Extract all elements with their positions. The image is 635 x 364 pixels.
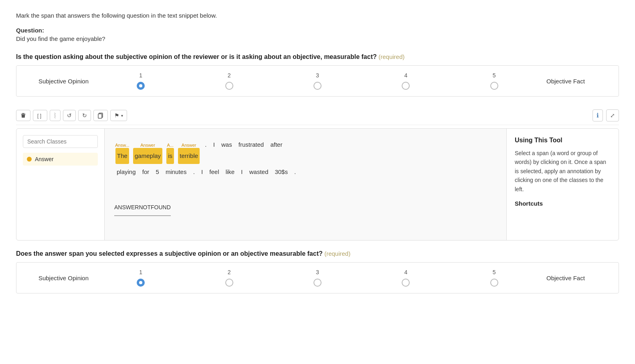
- word-frustrated[interactable]: frustrated: [237, 137, 265, 153]
- scale-option-1-2: 2: [225, 72, 233, 90]
- undo-button[interactable]: ↺: [63, 110, 76, 121]
- undo-icon: ↺: [67, 112, 72, 119]
- redo-icon: ↻: [82, 112, 87, 119]
- word-minutes[interactable]: minutes: [164, 164, 188, 180]
- word-terrible[interactable]: terrible: [178, 148, 200, 164]
- word-i-2[interactable]: I: [200, 164, 204, 180]
- redo-button[interactable]: ↻: [78, 110, 91, 121]
- toolbar-right: ℹ ⤢: [593, 109, 619, 121]
- answer-color-dot: [27, 157, 32, 162]
- word-period-2[interactable]: .: [192, 164, 196, 180]
- scale-option-2-2: 2: [225, 269, 233, 287]
- shortcuts-title: Shortcuts: [515, 200, 611, 207]
- search-classes-input[interactable]: [23, 135, 98, 148]
- radio-2-4[interactable]: [402, 279, 410, 287]
- class-item-label: Answer: [35, 156, 54, 162]
- scale-question-1: Is the question asking about the subject…: [16, 53, 619, 61]
- svg-text:[ ]: [ ]: [37, 113, 41, 119]
- radio-2-5[interactable]: [490, 279, 498, 287]
- expand-button[interactable]: ⤢: [606, 109, 619, 121]
- word-wasted[interactable]: wasted: [248, 164, 270, 180]
- info-panel: Using This Tool Select a span (a word or…: [506, 129, 619, 240]
- scale-option-2-4: 4: [402, 269, 410, 287]
- bracket-button[interactable]: [ ]: [33, 110, 47, 121]
- scale-question-2: Does the answer span you selected expres…: [16, 250, 619, 257]
- scale-option-2-5: 5: [490, 269, 498, 287]
- classes-panel: Answer: [16, 129, 105, 240]
- scale-row-2: Subjective Opinion 1 2 3: [24, 269, 611, 287]
- scale-option-1-4: 4: [402, 72, 410, 90]
- scale-row-1: Subjective Opinion 1 2 3 4: [24, 72, 611, 90]
- scale-right-label-1: Objective Fact: [538, 78, 611, 85]
- radio-1-2[interactable]: [225, 82, 233, 90]
- scale-option-1-1: 1: [137, 72, 145, 90]
- text-panel: Answ... The Answer gameplay A... is Answ…: [105, 129, 506, 240]
- word-group-is[interactable]: A... is: [166, 143, 175, 164]
- scale-container-2: Subjective Opinion 1 2 3: [16, 262, 619, 293]
- radio-1-3[interactable]: [313, 82, 322, 90]
- radio-2-1[interactable]: [137, 279, 145, 287]
- word-period-3[interactable]: .: [293, 164, 297, 180]
- radio-1-4[interactable]: [402, 82, 410, 90]
- svg-rect-1: [21, 114, 26, 114]
- scale-option-2-3: 3: [313, 269, 322, 287]
- scale-right-label-2: Objective Fact: [538, 275, 611, 281]
- flag-button[interactable]: ⚑ ▾: [110, 110, 127, 121]
- split-button[interactable]: ⦚: [50, 110, 61, 121]
- info-button[interactable]: ℹ: [593, 109, 603, 121]
- scale-labels-1: Subjective Opinion 1 2 3 4: [24, 72, 611, 90]
- expand-icon: ⤢: [610, 112, 615, 119]
- split-icon: ⦚: [54, 112, 57, 119]
- word-group-the[interactable]: Answ... The: [115, 143, 130, 164]
- word-like[interactable]: like: [224, 164, 237, 180]
- scale-option-1-3: 3: [313, 72, 322, 90]
- word-was[interactable]: was: [220, 137, 234, 153]
- word-5[interactable]: 5: [154, 164, 160, 180]
- copy-button[interactable]: [93, 110, 108, 121]
- word-after[interactable]: after: [269, 137, 284, 153]
- radio-2-2[interactable]: [225, 279, 233, 287]
- info-title: Using This Tool: [515, 137, 611, 144]
- copy-icon: [97, 112, 104, 119]
- delete-button[interactable]: [16, 110, 30, 121]
- scale-container-1: Subjective Opinion 1 2 3 4: [16, 65, 619, 97]
- info-icon: ℹ: [597, 112, 599, 119]
- word-i-3[interactable]: I: [239, 164, 244, 180]
- radio-1-1[interactable]: [137, 82, 145, 90]
- svg-rect-4: [98, 114, 102, 118]
- word-for[interactable]: for: [141, 164, 151, 180]
- toolbar: [ ] ⦚ ↺ ↻ ⚑ ▾ ℹ ⤢: [16, 106, 619, 125]
- second-question-section: Does the answer span you selected expres…: [16, 250, 619, 293]
- scale-labels-2: Subjective Opinion 1 2 3: [24, 269, 611, 287]
- annotation-area: Answer Answ... The Answer gameplay A... …: [16, 128, 619, 241]
- word-30s[interactable]: 30$s: [273, 164, 289, 180]
- trash-icon: [20, 112, 26, 119]
- word-group-terrible[interactable]: Answer terrible: [177, 143, 200, 164]
- question-label: Question:: [16, 27, 619, 34]
- word-feel[interactable]: feel: [208, 164, 220, 180]
- svg-rect-0: [22, 113, 24, 114]
- radio-2-3[interactable]: [313, 279, 322, 287]
- answer-not-found[interactable]: ANSWERNOTFOUND: [114, 201, 171, 216]
- bracket-icon: [ ]: [37, 112, 43, 119]
- word-playing[interactable]: playing: [115, 164, 138, 180]
- flag-chevron-icon: ▾: [121, 113, 123, 118]
- word-i-1[interactable]: I: [212, 137, 216, 153]
- word-period-1[interactable]: .: [203, 137, 208, 153]
- scale-option-2-1: 1: [137, 269, 145, 287]
- class-item-answer[interactable]: Answer: [23, 153, 98, 166]
- word-is[interactable]: is: [166, 148, 174, 164]
- word-the[interactable]: The: [115, 148, 129, 164]
- scale-options-1: 1 2 3 4 5: [97, 72, 538, 90]
- word-group-gameplay[interactable]: Answer gameplay: [132, 143, 163, 164]
- text-content: Answ... The Answer gameplay A... is Answ…: [114, 137, 497, 216]
- instruction-text: Mark the span that answers the following…: [16, 12, 619, 19]
- info-description: Select a span (a word or group of words)…: [515, 149, 611, 194]
- scale-option-1-5: 5: [490, 72, 498, 90]
- scale-options-2: 1 2 3 4: [97, 269, 538, 287]
- scale-left-label-2: Subjective Opinion: [24, 275, 97, 281]
- flag-icon: ⚑: [114, 112, 119, 119]
- word-gameplay[interactable]: gameplay: [133, 148, 162, 164]
- radio-1-5[interactable]: [490, 82, 498, 90]
- scale-left-label-1: Subjective Opinion: [24, 78, 97, 85]
